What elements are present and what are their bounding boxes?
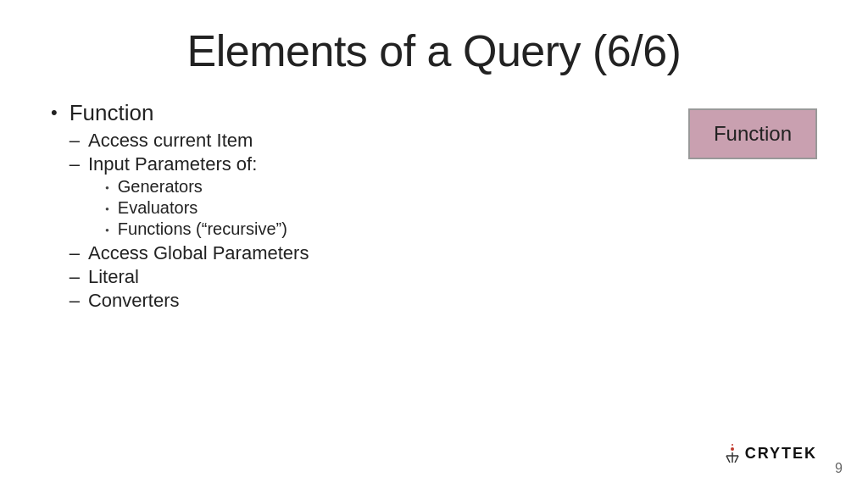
crytek-icon	[723, 444, 742, 463]
main-list: • Function – Access current Item – Input…	[51, 100, 671, 317]
sub-sub-item-3-text: Functions (“recursive”)	[118, 219, 287, 239]
sub-item-1-text: Access current Item	[88, 130, 253, 152]
sub-item-2: – Input Parameters of: ● Generators	[70, 153, 309, 241]
dash-icon-4: –	[70, 266, 80, 288]
dash-icon-2: –	[70, 153, 80, 175]
svg-line-5	[735, 456, 738, 463]
sub-item-3-text: Access Global Parameters	[88, 242, 309, 264]
page-number: 9	[835, 461, 843, 476]
sub-sub-item-1: ● Generators	[105, 177, 287, 197]
dash-icon-5: –	[70, 290, 80, 312]
sub-sub-item-2-text: Evaluators	[118, 198, 198, 218]
dash-icon-3: –	[70, 242, 80, 264]
sub-item-4: – Literal	[70, 266, 309, 288]
sub-item-2-content: Input Parameters of: ● Generators ● Eval…	[88, 153, 287, 241]
slide: Elements of a Query (6/6) • Function – A…	[0, 0, 868, 488]
sub-item-5-text: Converters	[88, 290, 180, 312]
sub-item-3: – Access Global Parameters	[70, 242, 309, 264]
crytek-logo-text: CRYTEK	[745, 445, 817, 463]
sub-sub-item-3: ● Functions (“recursive”)	[105, 219, 287, 239]
sub-item-1: – Access current Item	[70, 130, 309, 152]
dash-icon-1: –	[70, 130, 80, 152]
sub-sub-list: ● Generators ● Evaluators ●	[105, 177, 287, 239]
content-area: • Function – Access current Item – Input…	[51, 100, 817, 317]
function-box-container: Function	[688, 100, 817, 159]
bullet-dot-icon: •	[51, 102, 58, 124]
main-bullet-content: Function – Access current Item – Input P…	[70, 100, 309, 313]
sub-sub-item-1-text: Generators	[118, 177, 203, 197]
main-bullet-label: Function	[70, 100, 154, 125]
main-bullet-item: • Function – Access current Item – Input…	[51, 100, 671, 313]
sub-item-2-text: Input Parameters of:	[88, 153, 257, 175]
crytek-logo: CRYTEK	[723, 444, 817, 463]
sub-list: – Access current Item – Input Parameters…	[70, 130, 309, 312]
slide-title: Elements of a Query (6/6)	[51, 25, 817, 76]
sub-sub-item-2: ● Evaluators	[105, 198, 287, 218]
sub-item-4-text: Literal	[88, 266, 139, 288]
svg-point-0	[731, 447, 734, 451]
sub-bullet-dot-1: ●	[105, 184, 109, 191]
sub-item-5: – Converters	[70, 290, 309, 312]
sub-bullet-dot-2: ●	[105, 205, 109, 213]
sub-bullet-dot-3: ●	[105, 226, 109, 234]
function-box: Function	[688, 108, 817, 159]
svg-line-4	[726, 456, 730, 463]
